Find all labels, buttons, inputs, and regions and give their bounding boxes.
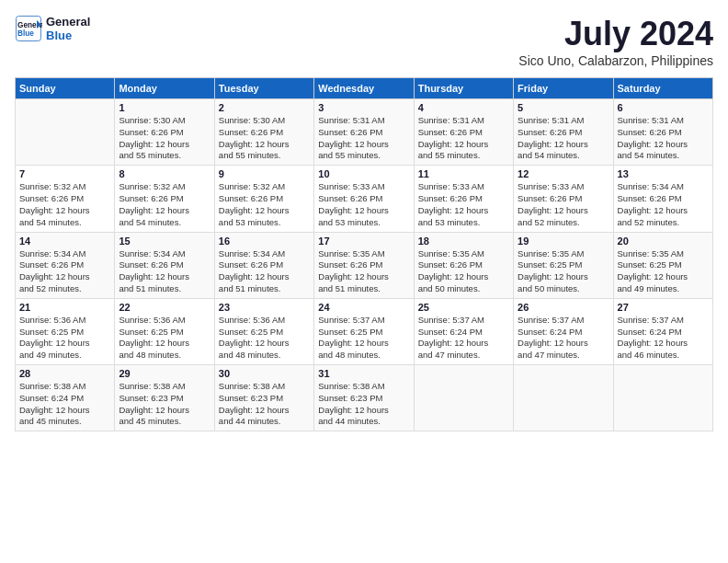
cell-content-line: Daylight: 12 hours [318, 139, 409, 151]
calendar-cell: 23Sunrise: 5:36 AMSunset: 6:25 PMDayligh… [214, 298, 313, 364]
cell-content-line: and 47 minutes. [418, 350, 509, 362]
cell-content-line: and 52 minutes. [618, 217, 709, 229]
cell-content-line: Sunset: 6:26 PM [418, 127, 509, 139]
cell-content-line: and 48 minutes. [219, 350, 310, 362]
calendar-cell: 30Sunrise: 5:38 AMSunset: 6:23 PMDayligh… [214, 365, 313, 431]
cell-content-line: Daylight: 12 hours [618, 139, 709, 151]
cell-content-line: Daylight: 12 hours [219, 271, 310, 283]
cell-content-line: Sunrise: 5:33 AM [318, 181, 409, 193]
day-number: 26 [518, 302, 609, 313]
cell-content-line: Sunrise: 5:32 AM [19, 181, 110, 193]
calendar-cell [16, 99, 115, 166]
cell-content-line: Sunset: 6:25 PM [19, 327, 110, 339]
calendar-cell: 12Sunrise: 5:33 AMSunset: 6:26 PMDayligh… [514, 166, 613, 232]
day-number: 14 [19, 236, 110, 247]
calendar-cell: 2Sunrise: 5:30 AMSunset: 6:26 PMDaylight… [214, 99, 313, 166]
cell-content-line: Sunset: 6:26 PM [19, 259, 110, 271]
cell-content-line: Sunset: 6:24 PM [618, 327, 709, 339]
cell-content-line: Sunrise: 5:35 AM [418, 248, 509, 260]
day-number: 5 [518, 102, 609, 113]
cell-content-line: Sunrise: 5:34 AM [19, 248, 110, 260]
cell-content-line: Daylight: 12 hours [19, 205, 110, 217]
cell-content-line: Sunrise: 5:35 AM [318, 248, 409, 260]
cell-content-line: and 55 minutes. [318, 150, 409, 162]
cell-content-line: and 54 minutes. [19, 217, 110, 229]
cell-content-line: Sunrise: 5:38 AM [219, 381, 310, 393]
column-header-thursday: Thursday [414, 78, 513, 99]
cell-content-line: Sunrise: 5:37 AM [418, 315, 509, 327]
calendar-week-row: 28Sunrise: 5:38 AMSunset: 6:24 PMDayligh… [16, 365, 713, 431]
day-number: 8 [119, 168, 210, 179]
cell-content-line: Sunrise: 5:31 AM [618, 115, 709, 127]
cell-content-line: Sunrise: 5:35 AM [518, 248, 609, 260]
cell-content-line: Daylight: 12 hours [119, 405, 210, 417]
day-number: 30 [219, 368, 310, 379]
cell-content-line: Sunrise: 5:37 AM [618, 315, 709, 327]
cell-content-line: Sunrise: 5:36 AM [219, 315, 310, 327]
cell-content-line: and 52 minutes. [518, 217, 609, 229]
cell-content-line: Daylight: 12 hours [318, 338, 409, 350]
cell-content-line: Sunrise: 5:33 AM [418, 181, 509, 193]
cell-content-line: Sunset: 6:26 PM [618, 193, 709, 205]
cell-content-line: Daylight: 12 hours [418, 139, 509, 151]
day-number: 15 [119, 236, 210, 247]
cell-content-line: and 49 minutes. [618, 283, 709, 295]
cell-content-line: and 53 minutes. [219, 217, 310, 229]
cell-content-line: Sunset: 6:23 PM [119, 393, 210, 405]
cell-content-line: Daylight: 12 hours [618, 271, 709, 283]
day-number: 2 [219, 102, 310, 113]
calendar-cell: 4Sunrise: 5:31 AMSunset: 6:26 PMDaylight… [414, 99, 513, 166]
cell-content-line: Sunset: 6:26 PM [318, 193, 409, 205]
calendar-week-row: 7Sunrise: 5:32 AMSunset: 6:26 PMDaylight… [16, 166, 713, 232]
cell-content-line: and 46 minutes. [618, 350, 709, 362]
cell-content-line: Sunrise: 5:34 AM [219, 248, 310, 260]
cell-content-line: and 51 minutes. [119, 283, 210, 295]
day-number: 3 [318, 102, 409, 113]
cell-content-line: Daylight: 12 hours [19, 338, 110, 350]
cell-content-line: and 54 minutes. [618, 150, 709, 162]
cell-content-line: Daylight: 12 hours [518, 205, 609, 217]
calendar-subtitle: Sico Uno, Calabarzon, Philippines [518, 53, 713, 68]
cell-content-line: Sunrise: 5:35 AM [618, 248, 709, 260]
cell-content-line: Sunset: 6:25 PM [119, 327, 210, 339]
cell-content-line: and 50 minutes. [418, 283, 509, 295]
cell-content-line: and 48 minutes. [119, 350, 210, 362]
calendar-cell: 27Sunrise: 5:37 AMSunset: 6:24 PMDayligh… [613, 298, 712, 364]
cell-content-line: Sunset: 6:26 PM [119, 127, 210, 139]
calendar-cell: 6Sunrise: 5:31 AMSunset: 6:26 PMDaylight… [613, 99, 712, 166]
cell-content-line: Sunrise: 5:31 AM [318, 115, 409, 127]
calendar-cell: 25Sunrise: 5:37 AMSunset: 6:24 PMDayligh… [414, 298, 513, 364]
calendar-cell [613, 365, 712, 431]
calendar-page: General Blue General Blue July 2024 Sico… [0, 0, 728, 563]
cell-content-line: Sunset: 6:26 PM [219, 127, 310, 139]
day-number: 17 [318, 236, 409, 247]
day-number: 22 [119, 302, 210, 313]
day-number: 7 [19, 168, 110, 179]
calendar-table: SundayMondayTuesdayWednesdayThursdayFrid… [15, 77, 713, 431]
day-number: 19 [518, 236, 609, 247]
column-header-monday: Monday [115, 78, 214, 99]
cell-content-line: Sunrise: 5:34 AM [618, 181, 709, 193]
day-number: 12 [518, 168, 609, 179]
cell-content-line: Sunrise: 5:36 AM [119, 315, 210, 327]
day-number: 4 [418, 102, 509, 113]
day-number: 24 [318, 302, 409, 313]
calendar-cell: 7Sunrise: 5:32 AMSunset: 6:26 PMDaylight… [16, 166, 115, 232]
cell-content-line: Daylight: 12 hours [119, 139, 210, 151]
day-number: 25 [418, 302, 509, 313]
calendar-cell: 5Sunrise: 5:31 AMSunset: 6:26 PMDaylight… [514, 99, 613, 166]
cell-content-line: Daylight: 12 hours [518, 139, 609, 151]
cell-content-line: and 45 minutes. [19, 416, 110, 428]
day-number: 9 [219, 168, 310, 179]
calendar-cell: 3Sunrise: 5:31 AMSunset: 6:26 PMDaylight… [314, 99, 414, 166]
calendar-week-row: 14Sunrise: 5:34 AMSunset: 6:26 PMDayligh… [16, 232, 713, 298]
cell-content-line: Sunset: 6:25 PM [618, 259, 709, 271]
calendar-cell: 8Sunrise: 5:32 AMSunset: 6:26 PMDaylight… [115, 166, 214, 232]
cell-content-line: Sunrise: 5:31 AM [418, 115, 509, 127]
cell-content-line: and 54 minutes. [119, 217, 210, 229]
calendar-week-row: 21Sunrise: 5:36 AMSunset: 6:25 PMDayligh… [16, 298, 713, 364]
calendar-cell: 26Sunrise: 5:37 AMSunset: 6:24 PMDayligh… [514, 298, 613, 364]
cell-content-line: Sunrise: 5:37 AM [318, 315, 409, 327]
cell-content-line: Sunset: 6:25 PM [518, 259, 609, 271]
cell-content-line: Daylight: 12 hours [518, 338, 609, 350]
